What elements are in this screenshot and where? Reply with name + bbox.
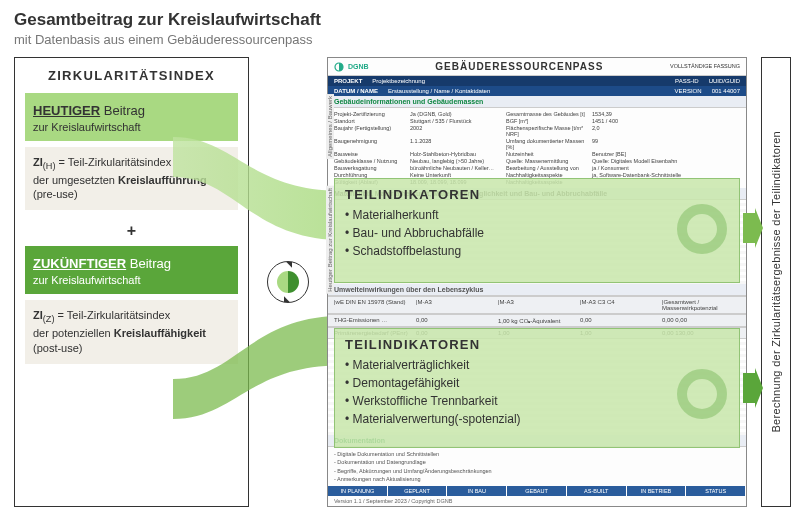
- dgnb-logo-text: DGNB: [348, 63, 369, 70]
- doc-sec-environment: Umwelteinwirkungen über den Lebenszyklus: [328, 284, 746, 296]
- future-card: ZUKÜNFTIGER Beitrag zur Kreislaufwirtsch…: [25, 246, 238, 294]
- zi-h-formula: ZI(H) = Teil-Zirkularitätsindex der umge…: [25, 147, 238, 210]
- env-thg-row: THG-Emissionen …0,001,00 kg CO₂-Äquivale…: [328, 314, 746, 327]
- dgnb-logo-icon: [334, 62, 344, 72]
- future-bold: ZUKÜNFTIGER: [33, 256, 126, 271]
- today-card: HEUTIGER Beitrag zur Kreislaufwirtschaft: [25, 93, 238, 141]
- today-reg: Beitrag: [100, 103, 145, 118]
- doc-bar-date: DATUM / NAMEErstausstellung / Name / Kon…: [328, 86, 746, 96]
- ov2-list: MaterialverträglichkeitDemontagefähigkei…: [345, 356, 729, 428]
- doc-bar-project: PROJEKTProjektbezeichnungPASS-IDUUID/GUI…: [328, 76, 746, 86]
- overlay-indicators-bottom: TEILINDIKATOREN MaterialverträglichkeitD…: [334, 328, 740, 448]
- plus-symbol: +: [25, 222, 238, 240]
- right-vertical-label: Berechnung der Zirkularitätsergebnisse d…: [770, 131, 782, 433]
- doc-version-tag: VOLLSTÄNDIGE FASSUNG: [670, 64, 740, 70]
- arrow-right-icon: [743, 208, 763, 248]
- ov1-title: TEILINDIKATOREN: [345, 187, 729, 202]
- page-title: Gesamtbeitrag zur Kreislaufwirtschaft: [14, 10, 796, 30]
- cycle-connector: [263, 57, 313, 507]
- ov2-title: TEILINDIKATOREN: [345, 337, 729, 352]
- future-sub: zur Kreislaufwirtschaft: [33, 274, 230, 286]
- resource-pass-document: DGNB GEBÄUDERESSOURCENPASS VOLLSTÄNDIGE …: [327, 57, 747, 507]
- arrow-right-icon: [743, 368, 763, 408]
- overlay-indicators-top: TEILINDIKATOREN MaterialherkunftBau- und…: [334, 178, 740, 283]
- side-label-today: Heutiger Beitrag zur Kreislaufwirtschaft: [326, 186, 334, 294]
- doc-sec-building-info: Gebäudeinformationen und Gebäudemassen: [328, 96, 746, 108]
- today-sub: zur Kreislaufwirtschaft: [33, 121, 230, 133]
- left-heading: ZIRKULARITÄTSINDEX: [25, 68, 238, 83]
- ov1-list: MaterialherkunftBau- und AbbruchabfälleS…: [345, 206, 729, 260]
- env-header-row: |wE DIN EN 15978 (Stand)|M-A3|M-A3|M-A3 …: [328, 296, 746, 314]
- building-info-grid: Projekt-ZertifizierungJa (DGNB, Gold)Ges…: [328, 108, 746, 188]
- doc-item-list: - Digitale Dokumentation und Schnittstel…: [328, 447, 746, 486]
- donut-icon: [677, 369, 727, 419]
- side-label-general: Allgemeines / Bauwerk: [326, 94, 334, 159]
- zi-z-formula: ZI(Z) = Teil-Zirkularitätsindex der pote…: [25, 300, 238, 363]
- doc-version-line: Version 1.1 / September 2023 / Copyright…: [328, 496, 746, 506]
- today-bold: HEUTIGER: [33, 103, 100, 118]
- page-subtitle: mit Datenbasis aus einem Gebäuderessourc…: [14, 32, 796, 47]
- status-bar: IN PLANUNGGEPLANTIN BAUGEBAUTAS-BUILTIN …: [328, 486, 746, 496]
- future-reg: Beitrag: [126, 256, 171, 271]
- donut-icon: [677, 204, 727, 254]
- calculation-panel: Berechnung der Zirkularitätsergebnisse d…: [761, 57, 791, 507]
- zirkularitaetsindex-panel: ZIRKULARITÄTSINDEX HEUTIGER Beitrag zur …: [14, 57, 249, 507]
- doc-title: GEBÄUDERESSOURCENPASS: [369, 61, 670, 72]
- cycle-icon: [267, 261, 309, 303]
